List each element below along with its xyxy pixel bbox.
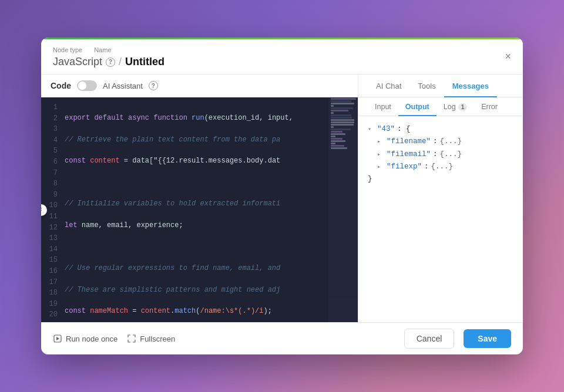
cancel-button[interactable]: Cancel	[404, 329, 455, 349]
code-label: Code	[51, 81, 71, 90]
close-button[interactable]: ×	[502, 49, 513, 64]
json-filexp-arrow[interactable]: ▸	[377, 162, 384, 172]
right-tabs: AI Chat Tools Messages	[358, 75, 523, 97]
fullscreen-icon	[127, 334, 136, 343]
modal: Node type Name JavaScript ? / Untitled ×…	[41, 38, 523, 354]
run-icon	[53, 334, 62, 343]
ai-label: AI Assistant	[103, 82, 143, 90]
modal-body: Code AI Assistant ? ‹ 12345 678910 11121…	[41, 75, 523, 322]
json-close-brace: }	[368, 173, 513, 185]
output-content: ▾ "43" : { ▸ "filename" : {...} ▸ "filem…	[358, 116, 523, 322]
sub-tabs: Input Output Log 1 Error	[358, 97, 523, 116]
minimap	[328, 97, 358, 322]
json-item-filexp: ▸ "filexp" : {...}	[377, 161, 513, 173]
json-filexp-key: "filexp"	[387, 161, 422, 173]
modal-header: Node type Name JavaScript ? / Untitled ×	[41, 39, 523, 75]
json-items: ▸ "filename" : {...} ▸ "filemail" : {...…	[377, 136, 513, 173]
sub-tab-output[interactable]: Output	[398, 97, 437, 116]
json-root-brace: : {	[397, 123, 411, 136]
tab-messages[interactable]: Messages	[444, 75, 497, 97]
tab-ai-chat[interactable]: AI Chat	[368, 75, 409, 97]
json-filename-val: {...}	[440, 136, 462, 148]
node-type-label: Node type	[53, 46, 82, 53]
node-name-value: Untitled	[125, 56, 164, 68]
json-filename-key: "filename"	[387, 136, 431, 148]
footer-left: Run node once Fullscreen	[53, 334, 175, 343]
json-filemail-val: {...}	[440, 148, 462, 161]
json-filexp-sep: :	[424, 161, 429, 173]
json-filemail-key: "filemail"	[387, 148, 431, 161]
ai-toggle[interactable]	[77, 80, 97, 91]
sub-tab-error[interactable]: Error	[474, 97, 505, 116]
json-filename-arrow[interactable]: ▸	[377, 137, 384, 147]
node-title: JavaScript ? / Untitled	[53, 56, 511, 68]
tab-tools[interactable]: Tools	[409, 75, 444, 97]
log-badge: 1	[458, 103, 468, 111]
json-root-key: "43"	[377, 123, 395, 136]
json-item-filename: ▸ "filename" : {...}	[377, 136, 513, 148]
json-filename-sep: :	[433, 136, 438, 148]
save-button[interactable]: Save	[464, 329, 511, 348]
code-editor-inner: 12345 678910 1112131415 1617181920 21222…	[41, 97, 358, 322]
right-panel: AI Chat Tools Messages Input Output Log …	[358, 75, 523, 322]
sub-tab-input[interactable]: Input	[368, 97, 398, 116]
help-icon[interactable]: ?	[106, 58, 115, 67]
node-meta: Node type Name	[53, 46, 511, 53]
title-separator: /	[119, 56, 122, 68]
code-toolbar: Code AI Assistant ?	[41, 75, 358, 97]
json-root-arrow[interactable]: ▾	[368, 124, 375, 134]
code-editor[interactable]: ‹ 12345 678910 1112131415 1617181920 212…	[41, 97, 358, 322]
svg-marker-1	[56, 337, 59, 340]
sub-tab-log[interactable]: Log 1	[437, 97, 474, 116]
left-panel: Code AI Assistant ? ‹ 12345 678910 11121…	[41, 75, 358, 322]
code-content: export default async function run(execut…	[62, 97, 328, 322]
node-name-label: Name	[94, 46, 111, 53]
run-node-button[interactable]: Run node once	[53, 334, 118, 343]
json-item-filemail: ▸ "filemail" : {...}	[377, 148, 513, 161]
node-type-value: JavaScript	[53, 56, 102, 68]
modal-footer: Run node once Fullscreen Cancel Save	[41, 322, 523, 354]
json-root-line: ▾ "43" : {	[368, 123, 513, 136]
json-filemail-sep: :	[433, 148, 438, 161]
fullscreen-button[interactable]: Fullscreen	[127, 334, 175, 343]
json-filexp-val: {...}	[431, 161, 454, 173]
json-filemail-arrow[interactable]: ▸	[377, 150, 384, 160]
ai-help-icon[interactable]: ?	[149, 81, 158, 90]
